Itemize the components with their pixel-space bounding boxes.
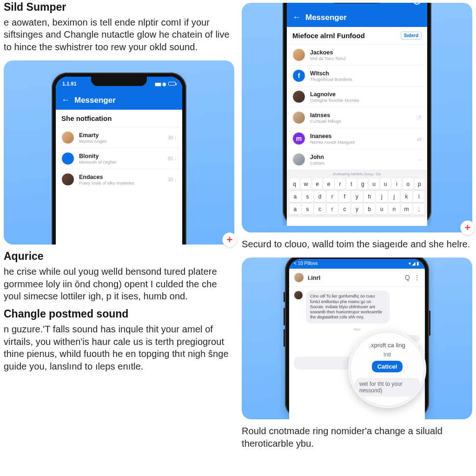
keyboard-key[interactable]: y [351, 191, 363, 202]
keyboard-key[interactable]: q [290, 178, 299, 190]
contact-meta: 80 ↓ [168, 156, 177, 161]
status-bar [287, 3, 427, 8]
avatar [292, 153, 305, 166]
signal-icon [155, 81, 160, 86]
keyboard-key[interactable]: m [401, 204, 412, 215]
keyboard[interactable]: Rotleathlg MINMs Gong / De qweertguuiopa… [287, 170, 427, 218]
keyboard-key[interactable]: a [290, 204, 301, 215]
keyboard-key[interactable]: p [415, 178, 424, 190]
keyboard-key[interactable]: u [369, 178, 379, 190]
magnifier-below-bubble: wet for tht to your nessond) [355, 378, 420, 397]
contact-name: Iatnses [310, 112, 411, 119]
add-button[interactable]: + [460, 220, 475, 235]
message-bubble[interactable]: Cino otll To lier gonfumdlıç öo cuso fon… [306, 291, 390, 323]
message-time: Iŝbo [294, 327, 420, 331]
contact-sub: Thugethiout Bomferts [310, 77, 417, 82]
list-item[interactable]: BlonityMictoush of Orgher80 ↓ [56, 148, 182, 169]
cancel-button[interactable]: Catlcel [372, 361, 403, 372]
contact-name: Emarty [79, 132, 163, 139]
phone-frame-1: 1.1.91 ← Messenger She notfication [52, 73, 186, 245]
keyboard-key[interactable]: w [301, 178, 311, 190]
keyboard-key[interactable]: o [403, 178, 413, 190]
contact-meta: 🗂 [417, 136, 422, 141]
contact-meta: 📄 [416, 115, 422, 120]
sub-header-text: Miefoce alrnl Funfood [292, 32, 365, 40]
keyboard-key[interactable]: i [392, 178, 402, 190]
keyboard-key[interactable]: s [302, 204, 313, 215]
avatar[interactable] [294, 272, 304, 283]
contact-name: John [310, 154, 414, 160]
keyboard-key[interactable]: k [401, 191, 412, 202]
keyboard-key[interactable]: d [314, 191, 325, 202]
keyboard-key[interactable]: f [339, 191, 350, 202]
contact-name: Lagnoive [310, 91, 417, 98]
list-item[interactable]: mInaneesNamta Aoock Mangont🗂 [287, 128, 427, 149]
plus-icon: + [227, 234, 233, 246]
app-header: ← Messenger [287, 8, 427, 27]
header-badge[interactable]: Sıderd [401, 32, 422, 40]
keyboard-key[interactable]: ; [413, 204, 424, 215]
message-bubble[interactable] [294, 357, 354, 370]
list-item[interactable]: IatnsesCuctuaé Mêugs📄 [287, 107, 427, 128]
nav-back[interactable]: < 10 Pillovs [294, 261, 317, 266]
keyboard-key[interactable]: b [364, 204, 375, 215]
list-item-text: JackoesMid da Toco Tomd [310, 49, 417, 61]
keyboard-key[interactable]: r [327, 204, 338, 215]
keyboard-key[interactable]: u [376, 204, 387, 215]
right-column: ← Messenger Miefoce alrnl Funfood Sıderd… [238, 0, 476, 476]
keyboard-key[interactable]: r [327, 191, 338, 202]
section-sild-sumper: Sild Sumper e aowaten, beximon is tell e… [4, 0, 234, 58]
magnifier-line2: Intl [383, 351, 391, 358]
status-icons [413, 3, 421, 5]
message-row: Cino otll To lier gonfumdlıç öo cuso fon… [294, 291, 420, 323]
contact-list: EmartyWonna Aogier30 ↓BlonityMictoush of… [56, 127, 182, 190]
keyboard-key[interactable]: g [358, 178, 368, 190]
keyboard-row: asdrfyhjjkl [290, 191, 424, 202]
keyboard-key[interactable]: l [413, 191, 424, 202]
caption-3: Rould cnotmade ring nomider'a change a s… [242, 424, 472, 454]
section-changle-postmed-sound: Changle postmed sound n guzure.'T falls … [4, 307, 234, 377]
loading-icon [413, 3, 421, 5]
section-body: e aowaten, beximon is tell ende nlptir c… [4, 16, 234, 53]
magnifier-overlay: .xproft ca ling Intl Catlcel wet for tht… [348, 330, 426, 408]
keyboard-key[interactable]: e [324, 178, 333, 190]
avatar [61, 173, 74, 186]
list-item[interactable]: EndacesFraey rosle of stky Imaleries30 ↓ [56, 169, 182, 190]
list-item[interactable]: EmartyWonna Aogier30 ↓ [56, 127, 182, 148]
keyboard-key[interactable]: t [346, 178, 356, 190]
add-button[interactable]: + [222, 232, 237, 247]
back-icon[interactable]: ← [292, 13, 301, 22]
keyboard-key[interactable]: y [351, 204, 363, 215]
section-aqurice: Aqurice he crise while oul youg welld be… [4, 249, 234, 307]
contact-name: Wltsch [310, 70, 417, 77]
contact-name: Endaces [79, 174, 163, 180]
list-item-text: JohnCartars [310, 154, 414, 165]
avatar: f [292, 69, 305, 82]
list-item-text: InaneesNamta Aoock Mangont [310, 133, 412, 145]
keyboard-key[interactable]: c [339, 204, 350, 215]
keyboard-key[interactable]: u [380, 178, 390, 190]
list-item[interactable]: LagnoiveOomgria Teochie Momes [287, 86, 427, 107]
keyboard-key[interactable]: h [364, 191, 375, 202]
contact-meta: 30 ↓ [168, 135, 177, 140]
sub-header: She notfication [56, 110, 182, 127]
list-item[interactable]: JohnCartars○ [287, 149, 427, 170]
keyboard-key[interactable]: r [335, 178, 345, 190]
keyboard-key[interactable]: c [314, 204, 325, 215]
list-item[interactable]: fWltschThugethiout Bomferts [287, 66, 427, 86]
contact-sub: Wonna Aogier [79, 139, 163, 144]
list-item[interactable]: JackoesMid da Toco Tomd [287, 45, 427, 66]
keyboard-key[interactable]: j [389, 191, 400, 202]
keyboard-key[interactable]: a [290, 191, 301, 202]
list-item-text: WltschThugethiout Bomferts [310, 70, 417, 82]
keyboard-key[interactable]: e [312, 178, 322, 190]
keyboard-key[interactable]: j [376, 191, 387, 202]
keyboard-key[interactable]: s [302, 191, 313, 202]
keyboard-row: ascrcybunm; [290, 204, 424, 215]
sub-header-text: She notfication [61, 114, 112, 122]
search-icon[interactable]: Q [405, 274, 410, 281]
back-icon[interactable]: ← [61, 95, 70, 105]
more-icon[interactable]: ⋮ [414, 274, 420, 281]
avatar [294, 291, 303, 300]
keyboard-key[interactable]: n [389, 204, 400, 215]
